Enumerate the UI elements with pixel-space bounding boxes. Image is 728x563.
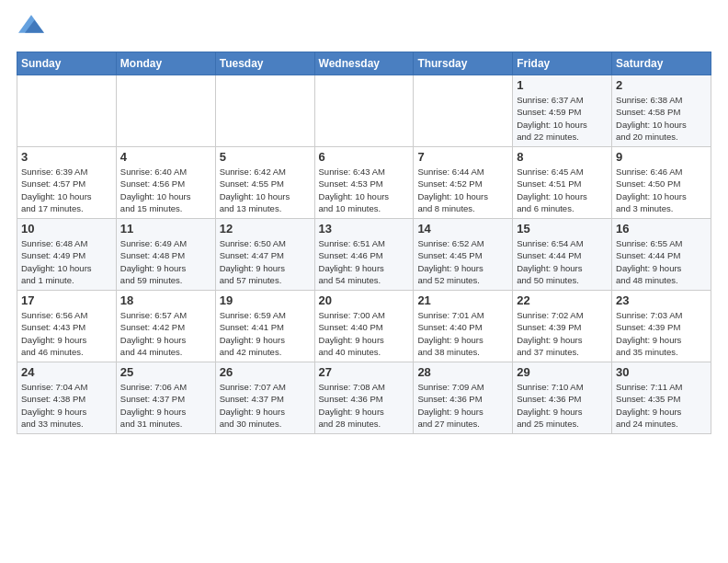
- day-info: Sunrise: 6:55 AM Sunset: 4:44 PM Dayligh…: [616, 237, 707, 286]
- week-row-3: 10Sunrise: 6:48 AM Sunset: 4:49 PM Dayli…: [17, 219, 711, 291]
- day-info: Sunrise: 6:46 AM Sunset: 4:50 PM Dayligh…: [616, 166, 707, 214]
- calendar-cell: [215, 75, 314, 147]
- calendar-cell: 17Sunrise: 6:56 AM Sunset: 4:43 PM Dayli…: [17, 291, 117, 362]
- week-row-4: 17Sunrise: 6:56 AM Sunset: 4:43 PM Dayli…: [17, 291, 711, 362]
- day-header-monday: Monday: [116, 52, 215, 75]
- day-header-thursday: Thursday: [414, 52, 513, 75]
- calendar-cell: 14Sunrise: 6:52 AM Sunset: 4:45 PM Dayli…: [414, 219, 513, 291]
- day-number: 26: [220, 365, 311, 379]
- calendar-cell: 26Sunrise: 7:07 AM Sunset: 4:37 PM Dayli…: [215, 362, 314, 434]
- calendar-cell: 25Sunrise: 7:06 AM Sunset: 4:37 PM Dayli…: [116, 362, 215, 434]
- calendar-cell: 16Sunrise: 6:55 AM Sunset: 4:44 PM Dayli…: [612, 219, 711, 291]
- day-info: Sunrise: 7:08 AM Sunset: 4:36 PM Dayligh…: [319, 381, 410, 430]
- day-info: Sunrise: 7:04 AM Sunset: 4:38 PM Dayligh…: [21, 381, 112, 430]
- day-number: 2: [616, 78, 707, 92]
- day-info: Sunrise: 6:50 AM Sunset: 4:47 PM Dayligh…: [220, 237, 311, 286]
- calendar-cell: 11Sunrise: 6:49 AM Sunset: 4:48 PM Dayli…: [116, 219, 215, 291]
- day-number: 6: [319, 150, 410, 164]
- day-info: Sunrise: 7:00 AM Sunset: 4:40 PM Dayligh…: [319, 309, 410, 358]
- logo-icon: [18, 11, 44, 37]
- day-info: Sunrise: 7:02 AM Sunset: 4:39 PM Dayligh…: [517, 309, 608, 358]
- calendar-cell: 23Sunrise: 7:03 AM Sunset: 4:39 PM Dayli…: [612, 291, 711, 362]
- day-number: 27: [319, 365, 410, 379]
- day-info: Sunrise: 6:48 AM Sunset: 4:49 PM Dayligh…: [21, 237, 112, 286]
- calendar-cell: 10Sunrise: 6:48 AM Sunset: 4:49 PM Dayli…: [17, 219, 117, 291]
- day-number: 14: [417, 222, 508, 236]
- day-info: Sunrise: 6:43 AM Sunset: 4:53 PM Dayligh…: [319, 166, 410, 214]
- day-info: Sunrise: 7:01 AM Sunset: 4:40 PM Dayligh…: [417, 309, 508, 358]
- day-number: 5: [220, 150, 311, 164]
- day-header-friday: Friday: [513, 52, 612, 75]
- day-info: Sunrise: 6:57 AM Sunset: 4:42 PM Dayligh…: [120, 309, 211, 358]
- day-info: Sunrise: 6:51 AM Sunset: 4:46 PM Dayligh…: [319, 237, 410, 286]
- day-info: Sunrise: 6:54 AM Sunset: 4:44 PM Dayligh…: [517, 237, 608, 286]
- day-number: 30: [616, 365, 707, 379]
- day-number: 7: [417, 150, 508, 164]
- day-number: 15: [517, 222, 608, 236]
- day-header-sunday: Sunday: [17, 52, 117, 75]
- header: [17, 15, 711, 40]
- calendar-cell: 3Sunrise: 6:39 AM Sunset: 4:57 PM Daylig…: [17, 147, 117, 219]
- day-number: 28: [417, 365, 508, 379]
- day-info: Sunrise: 6:39 AM Sunset: 4:57 PM Dayligh…: [21, 166, 112, 214]
- day-number: 29: [517, 365, 608, 379]
- calendar-cell: 8Sunrise: 6:45 AM Sunset: 4:51 PM Daylig…: [513, 147, 612, 219]
- calendar-cell: 9Sunrise: 6:46 AM Sunset: 4:50 PM Daylig…: [612, 147, 711, 219]
- day-number: 4: [120, 150, 211, 164]
- calendar-cell: 15Sunrise: 6:54 AM Sunset: 4:44 PM Dayli…: [513, 219, 612, 291]
- day-number: 19: [220, 293, 311, 307]
- calendar-cell: 29Sunrise: 7:10 AM Sunset: 4:36 PM Dayli…: [513, 362, 612, 434]
- day-number: 12: [220, 222, 311, 236]
- day-number: 20: [319, 293, 410, 307]
- calendar-header-row: SundayMondayTuesdayWednesdayThursdayFrid…: [17, 52, 711, 75]
- calendar-cell: 5Sunrise: 6:42 AM Sunset: 4:55 PM Daylig…: [215, 147, 314, 219]
- day-number: 21: [417, 293, 508, 307]
- day-info: Sunrise: 6:44 AM Sunset: 4:52 PM Dayligh…: [417, 166, 508, 214]
- calendar-cell: 24Sunrise: 7:04 AM Sunset: 4:38 PM Dayli…: [17, 362, 117, 434]
- calendar-table: SundayMondayTuesdayWednesdayThursdayFrid…: [17, 52, 711, 434]
- day-header-tuesday: Tuesday: [215, 52, 314, 75]
- day-info: Sunrise: 7:10 AM Sunset: 4:36 PM Dayligh…: [517, 381, 608, 430]
- day-number: 3: [21, 150, 112, 164]
- day-number: 23: [616, 293, 707, 307]
- day-header-saturday: Saturday: [612, 52, 711, 75]
- calendar-cell: 22Sunrise: 7:02 AM Sunset: 4:39 PM Dayli…: [513, 291, 612, 362]
- day-info: Sunrise: 6:38 AM Sunset: 4:58 PM Dayligh…: [616, 94, 707, 143]
- day-info: Sunrise: 7:11 AM Sunset: 4:35 PM Dayligh…: [616, 381, 707, 430]
- calendar-cell: 27Sunrise: 7:08 AM Sunset: 4:36 PM Dayli…: [314, 362, 414, 434]
- calendar-cell: [314, 75, 414, 147]
- day-info: Sunrise: 7:06 AM Sunset: 4:37 PM Dayligh…: [120, 381, 211, 430]
- day-info: Sunrise: 6:45 AM Sunset: 4:51 PM Dayligh…: [517, 166, 608, 214]
- day-info: Sunrise: 6:52 AM Sunset: 4:45 PM Dayligh…: [417, 237, 508, 286]
- day-info: Sunrise: 6:40 AM Sunset: 4:56 PM Dayligh…: [120, 166, 211, 214]
- day-info: Sunrise: 7:09 AM Sunset: 4:36 PM Dayligh…: [417, 381, 508, 430]
- calendar-cell: 7Sunrise: 6:44 AM Sunset: 4:52 PM Daylig…: [414, 147, 513, 219]
- day-number: 10: [21, 222, 112, 236]
- calendar-cell: 4Sunrise: 6:40 AM Sunset: 4:56 PM Daylig…: [116, 147, 215, 219]
- calendar-cell: 30Sunrise: 7:11 AM Sunset: 4:35 PM Dayli…: [612, 362, 711, 434]
- day-number: 11: [120, 222, 211, 236]
- day-number: 22: [517, 293, 608, 307]
- day-number: 8: [517, 150, 608, 164]
- week-row-1: 1Sunrise: 6:37 AM Sunset: 4:59 PM Daylig…: [17, 75, 711, 147]
- calendar-cell: 1Sunrise: 6:37 AM Sunset: 4:59 PM Daylig…: [513, 75, 612, 147]
- calendar-cell: 13Sunrise: 6:51 AM Sunset: 4:46 PM Dayli…: [314, 219, 414, 291]
- week-row-5: 24Sunrise: 7:04 AM Sunset: 4:38 PM Dayli…: [17, 362, 711, 434]
- calendar-cell: 19Sunrise: 6:59 AM Sunset: 4:41 PM Dayli…: [215, 291, 314, 362]
- calendar-cell: [116, 75, 215, 147]
- day-info: Sunrise: 7:07 AM Sunset: 4:37 PM Dayligh…: [220, 381, 311, 430]
- day-number: 18: [120, 293, 211, 307]
- calendar-cell: 21Sunrise: 7:01 AM Sunset: 4:40 PM Dayli…: [414, 291, 513, 362]
- day-info: Sunrise: 6:42 AM Sunset: 4:55 PM Dayligh…: [220, 166, 311, 214]
- day-number: 16: [616, 222, 707, 236]
- calendar-cell: 28Sunrise: 7:09 AM Sunset: 4:36 PM Dayli…: [414, 362, 513, 434]
- day-info: Sunrise: 6:59 AM Sunset: 4:41 PM Dayligh…: [220, 309, 311, 358]
- day-number: 13: [319, 222, 410, 236]
- page: SundayMondayTuesdayWednesdayThursdayFrid…: [0, 0, 728, 443]
- calendar-cell: [414, 75, 513, 147]
- calendar-cell: 18Sunrise: 6:57 AM Sunset: 4:42 PM Dayli…: [116, 291, 215, 362]
- day-info: Sunrise: 6:56 AM Sunset: 4:43 PM Dayligh…: [21, 309, 112, 358]
- day-header-wednesday: Wednesday: [314, 52, 414, 75]
- logo: [17, 15, 44, 40]
- calendar-cell: 12Sunrise: 6:50 AM Sunset: 4:47 PM Dayli…: [215, 219, 314, 291]
